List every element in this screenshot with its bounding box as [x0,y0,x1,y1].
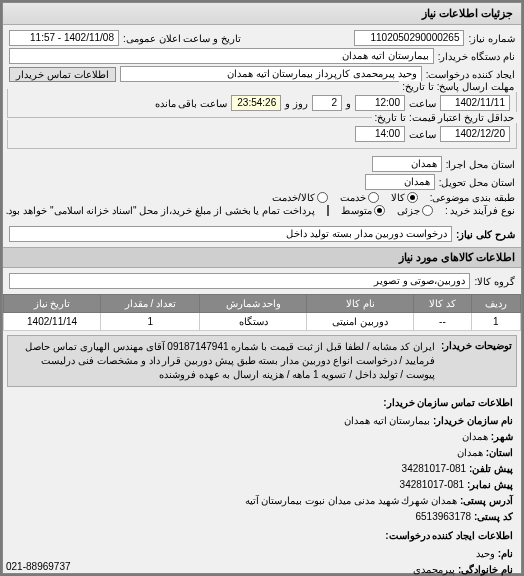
name-label: نام: [498,548,513,559]
prov-value: همدان [457,447,483,458]
deadline-days: 2 [312,95,342,111]
buyer-desc-text: ایران کد مشابه / لطفا قبل از ثبت قیمت با… [12,340,435,382]
radio-small[interactable]: جزئی [397,205,433,216]
process-label: نوع فرآیند خرید : [445,205,515,216]
radio-goods-label: کالا [391,192,405,203]
radio-goods[interactable]: کالا [391,192,418,203]
deadline-and: و [346,98,351,109]
buyer-device-field: بیمارستان اتیه همدان [9,48,434,64]
process-note: پرداخت تمام یا بخشی از مبلغ خرید،از محل … [6,205,315,216]
zip-label: کد پستی: [474,511,513,522]
addr-label: آدرس پستی: [460,495,513,506]
table-row[interactable]: 1 -- دوربین امنیتی دستگاه 1 1402/11/14 [4,313,521,331]
name-value: وحید [476,548,495,559]
announce-field: 1402/11/08 - 11:57 [9,30,119,46]
validity-label: حداقل تاریخ اعتبار قیمت: تا تاریخ: [372,112,517,123]
contact-block: اطلاعات تماس سازمان خریدار: نام سازمان خ… [3,391,521,576]
phone-value: 081-34281017 [402,463,467,474]
req-creator-title: اطلاعات ایجاد کننده درخواست: [11,528,513,544]
deadline-remaining: 23:54:26 [231,95,281,111]
requester-field: وحید پیرمحمدی کارپرداز بیمارستان اتیه هم… [120,66,422,82]
announce-label: تاریخ و ساعت اعلان عمومی: [123,33,241,44]
cell-qty: 1 [101,313,200,331]
cell-name: دوربین امنیتی [307,313,414,331]
zip-value: 6513963178 [415,511,471,522]
col-date: تاریخ نیاز [4,295,101,313]
deadline-label: مهلت ارسال پاسخ: تا تاریخ: [399,81,517,92]
radio-icon [422,205,433,216]
goods-section-header: اطلاعات کالاهای مورد نیاز [3,247,521,268]
req-no-label: شماره نیاز: [468,33,515,44]
radio-icon [317,192,328,203]
validity-date: 1402/12/20 [440,126,510,142]
deliv-province-label: استان محل تحویل: [439,177,515,188]
addr-value: همدان شهرك شهید مدنی میدان نبوت بیمارستا… [245,495,457,506]
subject-label: طبقه بندی موضوعی: [430,192,515,203]
org-label: نام سازمان خریدار: [433,415,513,426]
deadline-time-label: ساعت [409,98,436,109]
phone-label: پیش تلفن: [469,463,513,474]
org-value: بیمارستان اتیه همدان [344,415,431,426]
validity-group: حداقل تاریخ اعتبار قیمت: تا تاریخ: 1402/… [7,120,517,149]
need-title-label: شرح کلی نیاز: [456,229,515,240]
deliv-province: همدان [365,174,435,190]
col-code: کد کالا [414,295,471,313]
need-title-field: درخواست دوربین مدار بسته تولید داخل [9,226,452,242]
cell-unit: دستگاه [200,313,307,331]
lname-label: نام خانوادگی: [458,564,513,575]
radio-small-label: جزئی [397,205,420,216]
requester-label: ایجاد کننده درخواست: [426,69,515,80]
radio-icon [407,192,418,203]
col-name: نام کالا [307,295,414,313]
city-label: شهر: [491,431,513,442]
radio-icon [374,205,385,216]
window: جزئیات اطلاعات نیاز شماره نیاز: 11020502… [2,2,522,574]
buyer-contact-button[interactable]: اطلاعات تماس خریدار [9,67,116,82]
goods-group-field: دوربین،صوتی و تصویر [9,273,470,289]
cell-date: 1402/11/14 [4,313,101,331]
radio-medium-label: متوسط [341,205,372,216]
footer-phone: 021-88969737 [6,561,71,572]
cell-code: -- [414,313,471,331]
goods-group-label: گروه کالا: [474,276,515,287]
radio-goods-service-label: کالا/خدمت [272,192,315,203]
city-value: همدان [462,431,488,442]
validity-time: 14:00 [355,126,405,142]
buyer-desc-label: توضیحات خریدار: [435,340,512,382]
prov-label: استان: [486,447,513,458]
lname-value: پیرمحمدی [413,564,455,575]
validity-time-label: ساعت [409,129,436,140]
deadline-remain-label: ساعت باقی مانده [155,98,228,109]
col-unit: واحد شمارش [200,295,307,313]
exec-province: همدان [372,156,442,172]
deadline-date: 1402/11/11 [440,95,510,111]
contact-title: اطلاعات تماس سازمان خریدار: [11,395,513,411]
deadline-days-label: روز و [285,98,308,109]
radio-service[interactable]: خدمت [340,192,379,203]
radio-icon [368,192,379,203]
radio-medium[interactable]: متوسط [341,205,385,216]
radio-service-label: خدمت [340,192,366,203]
deadline-time: 12:00 [355,95,405,111]
fax-label: پیش نمابر: [467,479,513,490]
buyer-device-label: نام دستگاه خریدار: [438,51,515,62]
exec-province-label: استان محل اجرا: [446,159,515,170]
radio-goods-service[interactable]: کالا/خدمت [272,192,328,203]
col-idx: ردیف [471,295,520,313]
col-qty: تعداد / مقدار [101,295,200,313]
buyer-description-box: توضیحات خریدار: ایران کد مشابه / لطفا قب… [7,335,517,387]
titlebar: جزئیات اطلاعات نیاز [3,3,521,25]
treasury-checkbox[interactable] [327,205,329,216]
goods-table: ردیف کد کالا نام کالا واحد شمارش تعداد /… [3,294,521,331]
cell-idx: 1 [471,313,520,331]
req-no-field: 1102050290000265 [354,30,464,46]
fax-value: 081-34281017 [400,479,465,490]
